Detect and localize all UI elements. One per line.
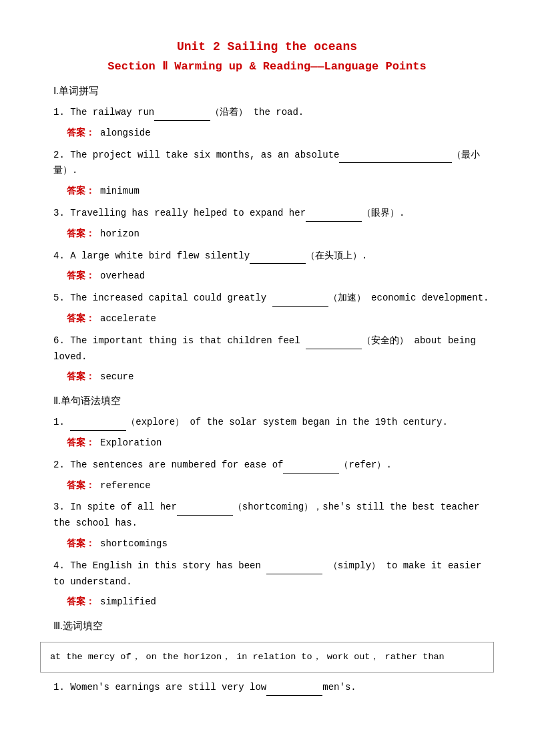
q1-answer-value: alongside <box>100 128 151 138</box>
q4-answer-value: overhead <box>100 270 145 281</box>
q1-blank <box>154 104 210 121</box>
s2q1-blank <box>70 414 126 431</box>
sub-title: Section Ⅱ Warming up & Reading——Language… <box>40 59 494 73</box>
s2q1-answer-value: Exploration <box>100 437 162 448</box>
question-3-1: 1. Women's earnings are still very low m… <box>40 679 494 696</box>
question-2-2: 2. The sentences are numbered for ease o… <box>40 457 494 494</box>
s2q4-answer-value: simplified <box>100 596 156 607</box>
q4-answer-label: 答案： <box>67 270 95 280</box>
section-1-header: Ⅰ.单词拼写 <box>40 85 494 98</box>
question-1-1: 1. The railway run （沿着） the road. 答案：alo… <box>40 104 494 142</box>
section-1: Ⅰ.单词拼写 1. The railway run （沿着） the road.… <box>40 85 494 385</box>
s2q1-hint: （explore） <box>126 417 184 427</box>
q2-text-before: 2. The project will take six months, as … <box>53 150 339 160</box>
q3-answer: 答案：horizon <box>53 226 494 242</box>
s2q2-answer-label: 答案： <box>67 480 95 490</box>
question-1-2: 2. The project will take six months, as … <box>40 147 494 200</box>
q3-hint: （眼界）. <box>362 208 405 218</box>
s3q1-blank <box>266 679 322 696</box>
q1-hint: （沿着） <box>210 107 248 118</box>
q1-answer-label: 答案： <box>67 128 95 138</box>
q2-answer-value: minimum <box>100 186 140 196</box>
s2q1-answer-label: 答案： <box>67 437 95 447</box>
q5-answer-label: 答案： <box>67 313 95 323</box>
s2q3-answer: 答案：shortcomings <box>53 536 494 552</box>
q1-text-after: the road. <box>248 107 304 118</box>
s3q1-text-before: 1. Women's earnings are still very low <box>53 682 266 693</box>
s2q3-blank <box>177 499 233 516</box>
q4-hint: （在头顶上）. <box>306 250 367 261</box>
question-1-5: 5. The increased capital could greatly （… <box>40 290 494 327</box>
s2q2-hint: （refer）. <box>339 459 391 470</box>
s2q1-answer: 答案：Exploration <box>53 435 494 451</box>
question-2-4: 4. The English in this story has been （s… <box>40 558 494 610</box>
s2q3-text-before: 3. In spite of all her <box>53 502 177 512</box>
section-2-header: Ⅱ.单句语法填空 <box>40 395 494 407</box>
s2q4-blank <box>266 558 322 574</box>
q5-blank <box>272 290 328 307</box>
q2-answer-label: 答案： <box>67 186 95 196</box>
s2q2-answer: 答案：reference <box>53 478 494 494</box>
q2-blank <box>339 147 451 164</box>
question-2-3: 3. In spite of all her （shortcoming），she… <box>40 499 494 552</box>
q1-text-before: 1. The railway run <box>53 107 154 118</box>
question-2-1: 1. （explore） of the solar system began i… <box>40 414 494 451</box>
s2q4-answer-label: 答案： <box>67 596 95 606</box>
s2q4-hint: （simply） <box>322 560 380 571</box>
q3-blank <box>306 205 362 222</box>
q5-text-before: 5. The increased capital could greatly <box>53 293 272 303</box>
q6-blank <box>306 333 362 349</box>
box-content: at the mercy of， on the horizon， in rela… <box>50 652 445 662</box>
q3-answer-label: 答案： <box>67 228 95 238</box>
page-container: Unit 2 Sailing the oceans Section Ⅱ Warm… <box>40 40 494 696</box>
s2q4-answer: 答案：simplified <box>53 594 494 610</box>
main-title: Unit 2 Sailing the oceans <box>40 40 494 53</box>
q3-text-before: 3. Travelling has really helped to expan… <box>53 208 306 218</box>
q4-blank <box>250 248 306 264</box>
q6-answer: 答案：secure <box>53 369 494 385</box>
question-1-3: 3. Travelling has really helped to expan… <box>40 205 494 242</box>
s3q1-text-after: men's. <box>322 682 356 693</box>
q5-answer-value: accelerate <box>100 313 156 324</box>
section-3-header: Ⅲ.选词填空 <box>40 620 494 632</box>
s2q2-text-before: 2. The sentences are numbered for ease o… <box>53 459 283 470</box>
s2q3-answer-value: shortcomings <box>100 538 168 549</box>
q2-answer: 答案：minimum <box>53 183 494 200</box>
q4-text-before: 4. A large white bird flew silently <box>53 250 250 261</box>
q5-answer: 答案：accelerate <box>53 311 494 327</box>
word-bank-box: at the mercy of， on the horizon， in rela… <box>40 642 494 673</box>
section-3: Ⅲ.选词填空 at the mercy of， on the horizon， … <box>40 620 494 696</box>
q3-answer-value: horizon <box>100 228 140 239</box>
s2q4-text-before: 4. The English in this story has been <box>53 560 266 571</box>
q6-hint: （安全的） <box>362 335 409 346</box>
q1-answer: 答案：alongside <box>53 125 494 142</box>
section-2: Ⅱ.单句语法填空 1. （explore） of the solar syste… <box>40 395 494 610</box>
s2q3-answer-label: 答案： <box>67 538 95 548</box>
s2q2-answer-value: reference <box>100 480 151 491</box>
s2q1-text-after: of the solar system began in the 19th ce… <box>184 417 448 427</box>
q5-text-after: economic development. <box>366 293 489 303</box>
question-1-6: 6. The important thing is that children … <box>40 333 494 385</box>
question-1-4: 4. A large white bird flew silently （在头顶… <box>40 248 494 285</box>
q6-answer-label: 答案： <box>67 371 95 381</box>
q4-answer: 答案：overhead <box>53 268 494 285</box>
q6-answer-value: secure <box>100 371 134 382</box>
s2q2-blank <box>283 457 339 474</box>
q6-text-before: 6. The important thing is that children … <box>53 335 306 346</box>
s2q1-text-before: 1. <box>53 417 70 427</box>
q5-hint: （加速） <box>328 293 366 303</box>
